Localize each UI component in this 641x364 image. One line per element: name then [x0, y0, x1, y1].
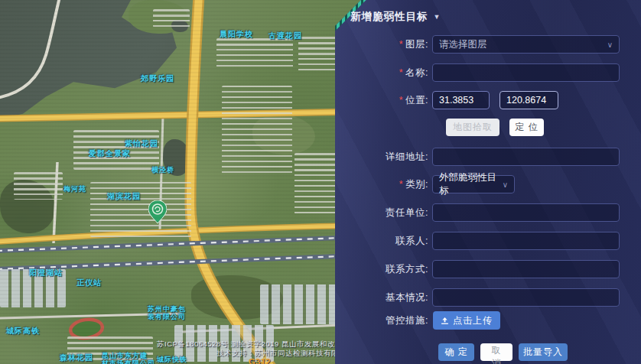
required-asterisk: * [399, 95, 403, 106]
address-input[interactable] [432, 148, 620, 166]
industrial-cluster [260, 284, 346, 324]
form-row-position: *位置: [335, 91, 641, 109]
form-row-category: *类别: 外部脆弱性目标 ∨ [335, 175, 641, 193]
map-place-label: 爱郡全景家 [89, 148, 131, 159]
layer-select[interactable]: 请选择图层 ∨ [432, 35, 620, 54]
map-canvas[interactable]: 晨阳学校古渡花园郊野乐园紫怡花园爱郡全景家横泾桥梅河苑湖滨花园阳澄湖站正仪站苏州… [0, 0, 360, 364]
map-place-label: 城际快铁 [157, 355, 187, 364]
required-asterisk: * [399, 39, 403, 50]
buildings-cluster [222, 86, 292, 176]
app-window: 晨阳学校古渡花园郊野乐园紫怡花园爱郡全景家横泾桥梅河苑湖滨花园阳澄湖站正仪站苏州… [0, 0, 641, 364]
name-input[interactable] [432, 63, 620, 82]
form-row-unit: 责任单位: [335, 203, 641, 222]
batch-import-button[interactable]: 批量导入 [519, 343, 568, 361]
collapse-icon[interactable]: ▼ [434, 13, 441, 21]
map-place-label: 城际高铁 [6, 326, 40, 336]
required-asterisk: * [399, 179, 403, 190]
chevron-down-icon: ∨ [607, 41, 613, 49]
map-place-label: 材市场有限公司 [102, 359, 155, 364]
longitude-input[interactable] [499, 91, 558, 109]
contact-label: 联系人: [335, 232, 428, 250]
upload-button[interactable]: 点击上传 [433, 311, 500, 330]
layer-label: *图层: [335, 35, 428, 54]
map-place-label: 湖滨花园 [107, 191, 141, 202]
map-place-label: 紫怡花园 [125, 138, 158, 149]
layer-select-value: 请选择图层 [439, 38, 487, 51]
form-row-phone: 联系方式: [335, 260, 641, 278]
panel-title[interactable]: 新增脆弱性目标▼ [350, 10, 441, 24]
map-place-label: 梅河苑 [63, 184, 86, 194]
address-label: 详细地址: [335, 148, 428, 166]
upload-icon [441, 317, 449, 325]
category-select-value: 外部脆弱性目标 [439, 171, 498, 197]
basic-input[interactable] [432, 288, 620, 307]
basic-label: 基本情况: [335, 288, 428, 307]
form-row-name: *名称: [335, 63, 641, 82]
latitude-input[interactable] [432, 91, 490, 109]
locate-button[interactable]: 定 位 [509, 119, 544, 136]
phone-input[interactable] [432, 260, 620, 278]
form-row-contact: 联系人: [335, 232, 641, 250]
map-place-label: 晨阳学校 [220, 29, 253, 40]
form-footer: 确 定 取 消 批量导入 [335, 343, 641, 362]
map-pick-button[interactable]: 地图拾取 [446, 119, 499, 136]
measures-label: 管控措施: [335, 311, 428, 330]
chevron-down-icon: ∨ [503, 180, 508, 189]
cancel-button[interactable]: 取 消 [480, 343, 512, 361]
add-target-panel: 新增脆弱性目标▼ *图层: 请选择图层 ∨ *名称: *位置: 地图拾取 定 位 [335, 0, 641, 364]
panel-title-text: 新增脆弱性目标 [350, 11, 428, 22]
buildings-cluster [14, 172, 63, 200]
buildings-cluster [153, 9, 190, 28]
category-select[interactable]: 外部脆弱性目标 ∨ [432, 175, 515, 193]
category-label: *类别: [335, 175, 428, 193]
map-place-label: 阳澄湖站 [29, 268, 63, 278]
buildings-cluster [90, 182, 191, 237]
form-row-measures: 管控措施: 点击上传 [335, 311, 641, 330]
map-attribution-line2: 技术支持：苏州市同达检测科技有限公司 [216, 349, 354, 359]
position-label: *位置: [335, 91, 428, 109]
buildings-cluster [216, 38, 293, 70]
form-row-position-buttons: 地图拾取 定 位 [335, 119, 641, 137]
unit-input[interactable] [432, 203, 620, 222]
confirm-button[interactable]: 确 定 [438, 343, 474, 361]
name-label: *名称: [335, 63, 428, 82]
required-asterisk: * [399, 67, 403, 78]
map-place-label: 装有限公司 [148, 312, 186, 322]
upload-button-label: 点击上传 [453, 314, 493, 327]
map-place-label: 正仪站 [76, 278, 102, 288]
road-shield-label: G312 [249, 357, 271, 364]
map-marker-icon[interactable] [148, 200, 167, 226]
form-row-layer: *图层: 请选择图层 ∨ [335, 35, 641, 54]
contact-input[interactable] [432, 232, 620, 250]
map-place-label: 郊野乐园 [141, 73, 174, 84]
unit-label: 责任单位: [335, 203, 428, 222]
form-row-basic: 基本情况: [335, 288, 641, 307]
phone-label: 联系方式: [335, 260, 428, 278]
map-place-label: 森林花园 [60, 353, 93, 363]
map-place-label: 横泾桥 [151, 165, 174, 175]
map-place-label: 古渡花园 [268, 31, 302, 41]
form-row-address: 详细地址: [335, 148, 641, 166]
